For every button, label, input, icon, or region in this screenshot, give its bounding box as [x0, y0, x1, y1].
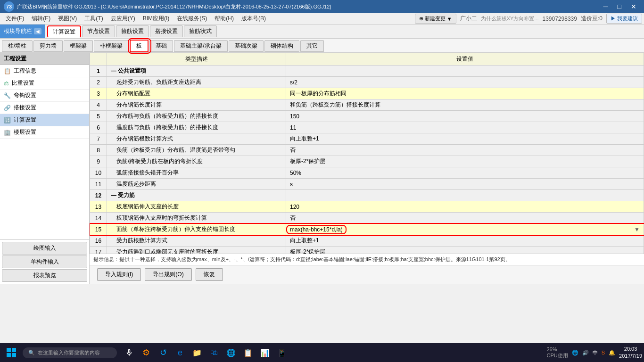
row-no: 1 — [90, 66, 107, 77]
table-container[interactable]: 类型描述 设置值 1 — 公共设置项 2 起始受力钢筋、负筋距支座边距离 — [90, 53, 644, 254]
new-change-button[interactable]: ⊕ 新建变更 ▼ — [415, 14, 456, 24]
tab-column[interactable]: 柱/墙柱 — [2, 40, 33, 52]
sidebar-item-hook[interactable]: 🔧 弯钩设置 — [0, 90, 89, 102]
main-layout: 工程设置 📋 工程信息 ⚖ 比重设置 🔧 弯钩设置 🔗 搭接设置 🔢 计算设置 — [0, 53, 644, 284]
tab-frame-beam[interactable]: 框架梁 — [64, 40, 93, 52]
restore-button[interactable]: 恢复 — [196, 268, 223, 281]
menu-version[interactable]: 版本号(B) — [238, 14, 270, 24]
row-value: 板厚-2*保护层 — [286, 247, 644, 254]
nav-tab-stirrup-style[interactable]: 箍筋状式 — [184, 25, 217, 37]
dropdown-arrow-icon[interactable]: ▼ — [634, 226, 640, 233]
row-type: 受力筋根数计算方式 — [107, 235, 286, 247]
task-icon-store[interactable]: 🛍 — [207, 346, 221, 359]
import-rules-button[interactable]: 导入规则(I) — [97, 268, 141, 281]
svg-rect-2 — [7, 353, 11, 357]
tab-foundation-sub-beam[interactable]: 基础次梁 — [229, 40, 264, 52]
task-icon-edge[interactable]: e — [173, 346, 187, 359]
sidebar-title: 工程设置 — [0, 53, 89, 65]
row-no: 7 — [90, 133, 107, 145]
row-value-15[interactable]: max(ha-bhc+15*d,la) ▼ — [286, 224, 644, 235]
nav-tab-node[interactable]: 节点设置 — [82, 25, 115, 37]
menu-file[interactable]: 文件(F) — [2, 14, 28, 24]
nav-tab-calc[interactable]: 计算设置 — [47, 25, 81, 38]
module-nav-pin[interactable]: ◀ — [34, 28, 41, 34]
row-type: 分布钢筋配置 — [107, 88, 286, 99]
sidebar-item-overlap[interactable]: 🔗 搭接设置 — [0, 102, 89, 114]
row-no: 4 — [90, 99, 107, 111]
taskbar-right: 26% CPU使用 🌐 🔊 中 S 🔔 20:03 2017/7/19 — [546, 346, 642, 360]
row-no: 2 — [90, 77, 107, 88]
table-row: 10 弧筋搭接接头错开百分率 50% — [90, 167, 644, 179]
task-icon-mic[interactable] — [123, 346, 136, 359]
task-icon-app5[interactable]: 📊 — [258, 346, 272, 359]
help-button[interactable]: ▶ 我要建议 — [606, 14, 642, 24]
maximize-button[interactable]: □ — [614, 2, 625, 11]
tab-foundation[interactable]: 基础 — [149, 40, 173, 52]
tab-slab[interactable]: 板 — [130, 40, 149, 52]
row-value: 120 — [286, 201, 644, 213]
row-no: 9 — [90, 156, 107, 167]
start-button[interactable] — [2, 344, 21, 361]
task-icon-app3[interactable]: 🌐 — [224, 346, 238, 359]
taskbar-search[interactable]: 🔍 在这里输入你要搜索的内容 — [23, 347, 117, 358]
sidebar-item-floor[interactable]: 🏢 楼层设置 — [0, 126, 89, 139]
table-row: 7 分布钢筋根数计算方式 向上取整+1 — [90, 133, 644, 145]
table-row: 17 受力筋遇到口或端部无支座时的弯折长度 板厚-2*保护层 — [90, 247, 644, 254]
menu-view[interactable]: 视图(V) — [54, 14, 81, 24]
col-no-header — [90, 53, 107, 66]
row-no: 6 — [90, 122, 107, 133]
sogou-icon: S — [602, 350, 605, 355]
network-icon: 🌐 — [572, 350, 578, 356]
task-icon-app4[interactable]: 📋 — [241, 346, 255, 359]
version-badge: 73 — [4, 1, 14, 12]
tab-shear-wall[interactable]: 剪力墙 — [33, 40, 63, 52]
menu-bim[interactable]: BIM应用(I) — [139, 14, 173, 24]
menu-cloud[interactable]: 云应用(Y) — [107, 14, 139, 24]
minimize-button[interactable]: ─ — [600, 2, 612, 11]
export-rules-button[interactable]: 导出规则(O) — [145, 268, 191, 281]
single-member-button[interactable]: 单构件输入 — [2, 255, 87, 268]
nav-tab-overlap[interactable]: 搭接设置 — [150, 25, 183, 37]
tab-nonframe-beam[interactable]: 非框架梁 — [94, 40, 129, 52]
sidebar-item-calc[interactable]: 🔢 计算设置 — [0, 114, 89, 126]
sidebar-items: 📋 工程信息 ⚖ 比重设置 🔧 弯钩设置 🔗 搭接设置 🔢 计算设置 🏢 — [0, 65, 89, 239]
svg-rect-3 — [12, 353, 16, 357]
nav-tab-stirrup[interactable]: 箍筋设置 — [116, 25, 149, 37]
row-no: 10 — [90, 167, 107, 179]
tab-foundation-main-beam[interactable]: 基础主梁/承台梁 — [174, 40, 227, 52]
task-icon-app2[interactable]: ↺ — [157, 346, 170, 359]
row-type: 弧筋搭接接头错开百分率 — [107, 167, 286, 179]
report-preview-button[interactable]: 报表预览 — [2, 269, 87, 282]
table-row: 9 负筋/跨板受力筋在板内的弯折长度 板厚-2*保护层 — [90, 156, 644, 167]
menu-edit[interactable]: 编辑(E) — [28, 14, 54, 24]
row-type: 板底钢筋伸入支座的长度 — [107, 201, 286, 213]
draw-input-button[interactable]: 绘图输入 — [2, 242, 87, 255]
row-type: — 受力筋 — [107, 190, 286, 201]
task-icon-app6[interactable]: 📱 — [275, 346, 289, 359]
row15-value-wrapper: max(ha-bhc+15*d,la) — [290, 226, 343, 233]
taskbar-time[interactable]: 20:03 2017/7/19 — [619, 346, 642, 360]
menu-tools[interactable]: 工具(T) — [81, 14, 107, 24]
phone-text: 13907298339 — [543, 16, 577, 22]
sidebar-item-weight[interactable]: ⚖ 比重设置 — [0, 77, 89, 90]
mic-icon — [125, 348, 133, 357]
close-button[interactable]: ✕ — [627, 2, 640, 11]
task-icon-folder[interactable]: 📁 — [190, 346, 204, 359]
menu-online[interactable]: 在线服务(S) — [173, 14, 211, 24]
tab-masonry[interactable]: 砌体结构 — [264, 40, 299, 52]
task-icon-app1[interactable]: ⚙ — [140, 346, 153, 359]
row-type-15: 面筋（单标注跨板受力筋）伸入支座的锚固长度 — [107, 224, 286, 235]
table-row: 3 分布钢筋配置 同一板厚的分布筋相同 — [90, 88, 644, 99]
row-no: 5 — [90, 111, 107, 122]
row-no: 3 — [90, 88, 107, 99]
user-label: 广小二 — [460, 15, 477, 23]
row-value: s/2 — [286, 77, 644, 88]
tab-other[interactable]: 其它 — [300, 40, 324, 52]
taskbar: 🔍 在这里输入你要搜索的内容 ⚙ ↺ e 📁 🛍 🌐 📋 📊 — [0, 343, 644, 362]
row-type: — 公共设置项 — [107, 66, 286, 77]
module-nav[interactable]: 模块导航栏 ◀ — [0, 25, 45, 38]
menu-help[interactable]: 帮助(H) — [211, 14, 238, 24]
sidebar-item-project-info[interactable]: 📋 工程信息 — [0, 65, 89, 77]
sidebar-bottom: 绘图输入 单构件输入 报表预览 — [0, 239, 89, 284]
title-bar: 73 广联达BIM钢筋算量软件 GGJ2013 - [C:\Users\Admi… — [0, 0, 644, 13]
